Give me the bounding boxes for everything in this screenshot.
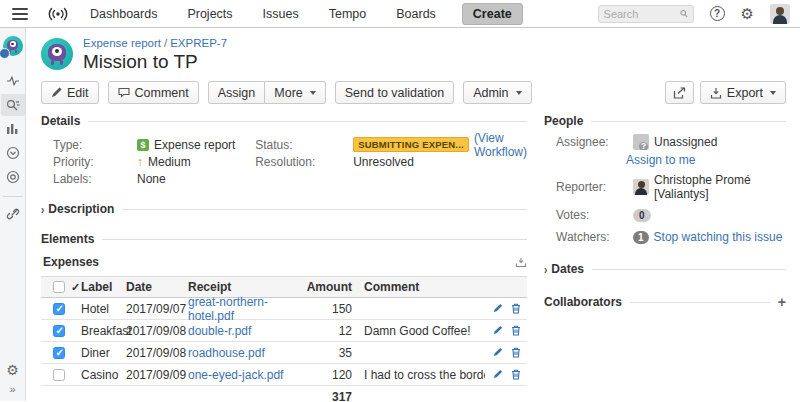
row-checkbox[interactable] — [53, 325, 65, 337]
help-icon[interactable]: ? — [710, 6, 725, 21]
delete-row-icon[interactable] — [511, 325, 521, 336]
label-column-header: Label — [81, 280, 126, 294]
nav-item-issues[interactable]: Issues — [263, 7, 299, 21]
project-avatar[interactable] — [3, 36, 23, 56]
nav-item-projects[interactable]: Projects — [187, 7, 232, 21]
more-button[interactable]: More — [265, 81, 325, 104]
send-to-validation-button[interactable]: Send to validation — [335, 81, 454, 104]
assignee-label: Assignee: — [556, 135, 633, 149]
issue-toolbar: Edit Comment Assign More Send to validat… — [41, 81, 786, 104]
reports-icon[interactable] — [1, 118, 25, 140]
select-all-checkbox[interactable] — [53, 281, 65, 293]
receipt-link[interactable]: roadhouse.pdf — [188, 346, 265, 360]
app-logo[interactable] — [46, 6, 70, 22]
delete-row-icon[interactable] — [511, 347, 521, 358]
admin-button[interactable]: Admin — [463, 81, 531, 104]
table-row: Hotel 2017/09/07 great-northern-hotel.pd… — [41, 298, 527, 320]
breadcrumb-issue-key-link[interactable]: EXPREP-7 — [170, 37, 227, 49]
top-navigation: Dashboards Projects Issues Tempo Boards … — [0, 0, 800, 28]
gear-icon[interactable]: ⚙ — [741, 6, 754, 21]
row-checkbox[interactable] — [53, 369, 65, 381]
expense-comment: Damn Good Coffee! — [364, 324, 485, 338]
menu-hamburger-icon[interactable] — [12, 8, 28, 20]
view-workflow-link[interactable]: (View Workflow) — [474, 131, 527, 159]
check-column-header: ✓ — [71, 281, 80, 294]
unassigned-avatar — [633, 134, 649, 150]
reporter-label: Reporter: — [556, 180, 633, 194]
edit-row-icon[interactable] — [493, 369, 503, 380]
reporter-avatar — [633, 179, 649, 195]
expand-icon[interactable]: » — [9, 383, 15, 395]
delete-row-icon[interactable] — [511, 369, 521, 380]
expenses-table: ✓ Label Date Receipt Amount Comment Hote… — [41, 276, 527, 402]
search-box[interactable] — [598, 5, 694, 23]
nav-item-tempo[interactable]: Tempo — [329, 7, 367, 21]
chevron-right-icon: › — [544, 262, 547, 275]
assign-to-me-link[interactable]: Assign to me — [626, 153, 695, 167]
priority-label: Priority: — [53, 155, 137, 169]
receipt-link[interactable]: one-eyed-jack.pdf — [188, 368, 283, 382]
assignee-value: Unassigned — [654, 135, 717, 149]
total-amount: 317 — [291, 390, 364, 402]
date-column-header: Date — [126, 280, 188, 294]
votes-label: Votes: — [556, 208, 633, 222]
expenses-heading: Expenses — [43, 255, 99, 269]
edit-row-icon[interactable] — [493, 347, 503, 358]
link-icon[interactable] — [1, 203, 25, 225]
edit-button[interactable]: Edit — [41, 81, 99, 104]
expense-amount: 150 — [291, 302, 364, 316]
export-table-icon[interactable] — [515, 256, 527, 268]
delete-row-icon[interactable] — [511, 303, 521, 314]
issue-type-avatar — [41, 38, 73, 70]
create-button[interactable]: Create — [462, 3, 523, 25]
search-icon — [680, 8, 688, 19]
chevron-right-icon: › — [41, 202, 44, 215]
activity-icon[interactable] — [1, 70, 25, 92]
page-title: Mission to TP — [83, 51, 227, 73]
expense-report-type-icon: $ — [137, 139, 149, 151]
edit-row-icon[interactable] — [493, 325, 503, 336]
description-section-heading[interactable]: ›Description — [41, 202, 527, 216]
share-icon — [673, 87, 686, 99]
chevron-down-icon — [516, 91, 522, 95]
collaborators-section-heading: Collaborators+ — [544, 295, 786, 309]
type-label: Type: — [53, 138, 137, 152]
search-issues-icon[interactable] — [1, 94, 25, 116]
table-row: Diner 2017/09/08 roadhouse.pdf 35 — [41, 342, 527, 364]
row-checkbox[interactable] — [53, 303, 65, 315]
resolution-label: Resolution: — [255, 155, 353, 169]
priority-value: ↑Medium — [137, 155, 191, 169]
nav-item-boards[interactable]: Boards — [396, 7, 436, 21]
amount-column-header: Amount — [291, 280, 364, 294]
sidebar-divider — [3, 196, 23, 197]
nav-item-dashboards[interactable]: Dashboards — [90, 7, 157, 21]
receipt-link[interactable]: double-r.pdf — [188, 324, 251, 338]
search-input[interactable] — [604, 8, 680, 20]
releases-icon[interactable] — [1, 166, 25, 188]
download-icon — [710, 87, 722, 99]
chevron-down-icon — [770, 91, 776, 95]
table-row: Casino 2017/09/09 one-eyed-jack.pdf 120 … — [41, 364, 527, 386]
stop-watching-link[interactable]: Stop watching this issue — [654, 230, 783, 244]
share-button[interactable] — [665, 81, 694, 104]
add-collaborator-button[interactable]: + — [778, 295, 786, 309]
breadcrumb: Expense report/EXPREP-7 — [83, 37, 227, 49]
export-button[interactable]: Export — [700, 81, 786, 104]
votes-badge[interactable]: 0 — [633, 209, 651, 222]
watchers-badge[interactable]: 1 — [633, 231, 649, 244]
time-icon[interactable] — [1, 142, 25, 164]
expense-date: 2017/09/07 — [126, 302, 188, 316]
breadcrumb-project-link[interactable]: Expense report — [83, 37, 161, 49]
comment-button[interactable]: Comment — [108, 81, 199, 104]
assign-button[interactable]: Assign — [208, 81, 266, 104]
receipt-link[interactable]: great-northern-hotel.pdf — [188, 295, 268, 323]
edit-row-icon[interactable] — [493, 303, 503, 314]
priority-medium-icon: ↑ — [137, 155, 143, 169]
comment-bubble-icon — [118, 87, 130, 98]
expense-amount: 120 — [291, 368, 364, 382]
chevron-down-icon — [310, 91, 316, 95]
settings-gear-icon[interactable]: ⚙ — [6, 363, 19, 377]
row-checkbox[interactable] — [53, 347, 65, 359]
user-avatar[interactable] — [770, 4, 790, 24]
dates-section-heading[interactable]: ›Dates — [544, 262, 786, 276]
